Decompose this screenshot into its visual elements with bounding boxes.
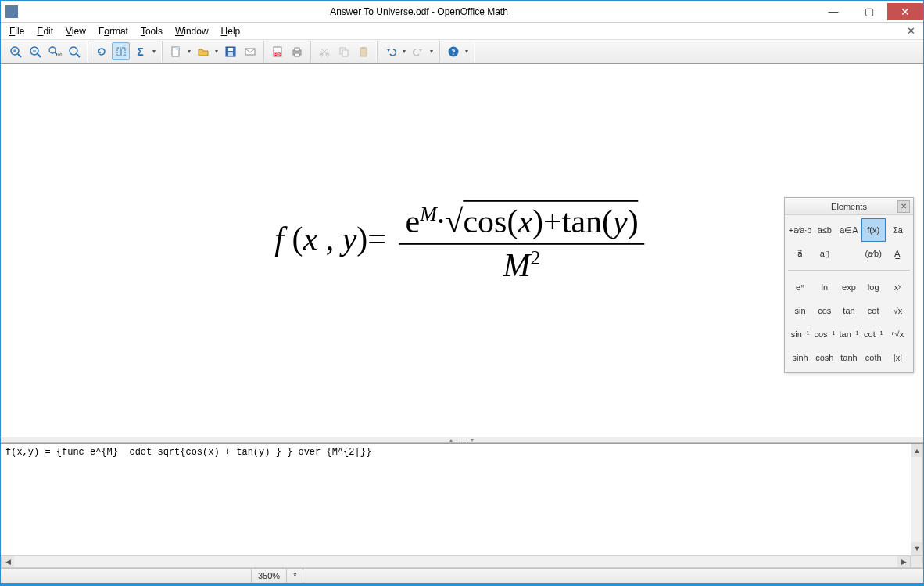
lparen: ( — [284, 221, 303, 257]
zoom-out-button[interactable] — [26, 42, 44, 60]
menu-format[interactable]: Format — [93, 24, 134, 38]
fn-sin[interactable]: sin — [788, 299, 812, 322]
formula-editor[interactable] — [1, 444, 911, 555]
editor-vscroll[interactable]: ▲ ▼ — [911, 444, 923, 555]
menu-window[interactable]: Window — [170, 24, 214, 38]
e: e — [405, 203, 420, 239]
zoom-100-button[interactable]: 100 — [45, 42, 63, 60]
fn-acos[interactable]: cos⁻¹ — [812, 322, 836, 346]
close-button[interactable]: ✕ — [887, 3, 923, 20]
toolbar-zoom: 100 Σ ▾ ▾ ▾ PDF ▾ — [1, 40, 923, 63]
fn-tanh[interactable]: tanh — [836, 346, 861, 369]
fn-coth[interactable]: coth — [861, 346, 886, 369]
document-close-button[interactable]: ✕ — [902, 25, 920, 37]
refresh-button[interactable] — [92, 42, 110, 60]
svg-rect-16 — [226, 47, 235, 56]
formula-cursor-button[interactable] — [112, 42, 130, 60]
zoom-fit-button[interactable] — [65, 42, 83, 60]
maximize-button[interactable]: ▢ — [851, 3, 887, 20]
fn-tan[interactable]: tan — [836, 299, 861, 322]
elements-title[interactable]: Elements ✕ — [785, 198, 913, 215]
elements-close-button[interactable]: ✕ — [897, 200, 910, 213]
vscroll-track[interactable] — [911, 457, 922, 542]
new-dropdown[interactable]: ▾ — [185, 48, 193, 55]
email-button[interactable] — [241, 42, 259, 60]
y2: y — [613, 203, 628, 239]
formula-y: y — [342, 221, 357, 257]
denominator: M2 — [399, 245, 644, 284]
zoom-in-button[interactable] — [6, 42, 24, 60]
fn-ln[interactable]: ln — [812, 275, 836, 299]
svg-rect-31 — [362, 47, 365, 49]
cat-operators[interactable]: Σa — [886, 218, 910, 242]
help-button[interactable]: ? — [444, 42, 462, 60]
editor-hscroll[interactable]: ◀ ▶ — [1, 555, 911, 568]
redo-dropdown[interactable]: ▾ — [428, 48, 435, 55]
cat-unary[interactable]: +a⁄a·b — [788, 218, 812, 242]
cat-set[interactable]: a∈A — [836, 218, 861, 242]
status-modified[interactable]: * — [286, 569, 303, 583]
copy-button[interactable] — [335, 42, 353, 60]
fn-ex[interactable]: eˣ — [788, 275, 812, 299]
menu-help[interactable]: Help — [216, 24, 246, 38]
toolbar-overflow-2[interactable]: ▾ — [463, 48, 471, 55]
cat-formats[interactable]: A̲ — [886, 242, 910, 265]
cat-functions[interactable]: f(x) — [861, 218, 886, 242]
print-button[interactable] — [288, 42, 306, 60]
open-dropdown[interactable]: ▾ — [213, 48, 220, 55]
cat-others[interactable]: a▯ — [812, 242, 836, 265]
status-zoom[interactable]: 350% — [251, 569, 286, 583]
open-button[interactable] — [194, 42, 212, 60]
menu-file[interactable]: File — [4, 24, 30, 38]
cat-attributes[interactable]: a⃗ — [788, 242, 812, 265]
scroll-up-icon[interactable]: ▲ — [911, 444, 922, 457]
cat-brackets[interactable]: (a⁄b) — [861, 242, 886, 265]
new-button[interactable] — [167, 42, 184, 60]
menu-edit[interactable]: Edit — [31, 24, 59, 38]
fn-cot[interactable]: cot — [861, 299, 886, 322]
paste-button[interactable] — [354, 42, 372, 60]
fn-log[interactable]: log — [861, 275, 886, 299]
scroll-down-icon[interactable]: ▼ — [911, 542, 922, 555]
svg-line-8 — [55, 52, 57, 55]
save-button[interactable] — [221, 42, 239, 60]
formula-canvas[interactable]: f (x , y)= eM·√cos(x)+tan(y) M2 Elements… — [1, 64, 923, 437]
fn-cosh[interactable]: cosh — [812, 346, 836, 369]
fn-sinh[interactable]: sinh — [788, 346, 812, 369]
svg-point-10 — [70, 47, 77, 55]
cut-button[interactable] — [315, 42, 333, 60]
elements-title-label: Elements — [831, 202, 867, 211]
fn-acot[interactable]: cot⁻¹ — [861, 322, 886, 346]
fn-atan[interactable]: tan⁻¹ — [836, 322, 861, 346]
fn-sqrt[interactable]: √x — [886, 299, 910, 322]
toolbar-overflow-1[interactable]: ▾ — [150, 48, 158, 55]
minimize-button[interactable]: — — [815, 3, 851, 20]
undo-dropdown[interactable]: ▾ — [400, 48, 408, 55]
cos: cos — [463, 203, 507, 239]
elements-toggle-button[interactable]: Σ — [131, 42, 149, 60]
fn-cos[interactable]: cos — [812, 299, 836, 322]
elements-panel[interactable]: Elements ✕ +a⁄a·b a≤b a∈A f(x) Σa a⃗ a▯ … — [784, 197, 914, 373]
svg-line-1 — [18, 54, 21, 57]
fn-exp[interactable]: exp — [836, 275, 861, 299]
svg-text:100: 100 — [56, 52, 62, 57]
fn-xy[interactable]: xʸ — [886, 275, 910, 299]
fraction: eM·√cos(x)+tan(y) M2 — [399, 200, 644, 284]
undo-button[interactable] — [381, 42, 399, 60]
cat-relations[interactable]: a≤b — [812, 218, 836, 242]
close1: ) — [532, 203, 543, 239]
menu-tools[interactable]: Tools — [135, 24, 168, 38]
titlebar: Answer To Universe.odf - OpenOffice Math… — [1, 1, 923, 23]
scroll-corner — [911, 555, 923, 568]
splitter[interactable]: ▴ ····· ▾ — [1, 437, 923, 443]
fn-asin[interactable]: sin⁻¹ — [788, 322, 812, 346]
svg-point-0 — [11, 47, 19, 55]
fn-nroot[interactable]: ⁿ√x — [886, 322, 910, 346]
export-pdf-button[interactable]: PDF — [268, 42, 286, 60]
svg-rect-12 — [117, 48, 125, 56]
scroll-left-icon[interactable]: ◀ — [2, 556, 14, 567]
redo-button[interactable] — [409, 42, 427, 60]
menu-view[interactable]: View — [60, 24, 91, 38]
scroll-right-icon[interactable]: ▶ — [897, 556, 910, 567]
fn-abs[interactable]: |x| — [886, 346, 910, 369]
